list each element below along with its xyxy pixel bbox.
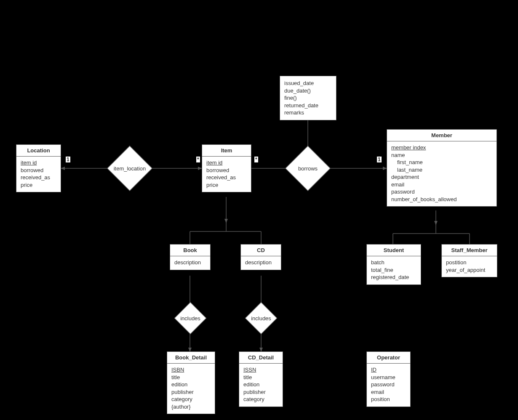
attr: position [371,396,406,403]
attr: description [245,259,277,266]
entity-body: postition year_of_appoint [442,256,497,277]
attr: item id [21,159,56,167]
attr: item id [206,159,247,167]
attr: price [21,181,56,189]
entity-book-detail: Book_Detail ISBN title edition publisher… [167,351,215,414]
entity-title: Item [202,145,251,157]
attr: department [391,173,492,181]
attr: year_of_appoint [446,266,493,274]
entity-staff-member: Staff_Member postition year_of_appoint [441,244,497,277]
entity-item: Item item id borrowed received_as price [202,144,251,192]
attr: due_date() [284,87,332,95]
attr: password [371,381,406,388]
attr: ISSN [243,366,278,374]
entity-body: description [170,256,210,270]
entity-title: Student [367,245,421,256]
attr: received_as [206,174,247,181]
attr: received_as [21,174,56,181]
cardinality-label: 1 [377,157,382,162]
attr: title [243,374,278,381]
attr: total_fine [371,266,417,274]
attr: number_of_books_allowed [391,196,492,203]
attr: {author} [171,403,211,411]
relationship-label: includes [180,315,200,322]
entity-body: batch total_fine registered_date [367,256,421,284]
er-diagram: Location item id borrowed received_as pr… [0,0,518,420]
entity-location: Location item id borrowed received_as pr… [16,144,61,192]
cardinality-label: 1 [66,157,70,162]
attr: remarks [284,109,332,117]
entity-body: issued_date due_date() fine() returned_d… [280,76,336,120]
attr: category [171,396,211,403]
attr: email [371,388,406,396]
cardinality-label: * [254,157,258,162]
relationship-label: item_location [114,165,146,172]
relationship-label: borrows [298,165,318,172]
attr: username [371,374,406,381]
entity-cd: CD description [240,244,281,270]
relationship-item-location: item_location [107,146,152,191]
attr: ID [371,366,406,374]
attr: edition [171,381,211,388]
entity-member: Member member index name first_name last… [387,129,497,207]
entity-body: description [241,256,281,270]
entity-cd-detail: CD_Detail ISSN title edition publisher c… [239,351,283,407]
relationship-label: includes [251,315,271,322]
entity-body: ISBN title edition publisher category {a… [167,364,215,414]
entity-title: Member [387,130,497,141]
relationship-includes-cd: includes [245,302,277,334]
attr: fine() [284,94,332,102]
entity-title: Book [170,245,210,256]
attr: password [391,188,492,196]
entity-title: Book_Detail [167,352,215,364]
attr: returned_date [284,102,332,109]
attr: edition [243,381,278,388]
entity-title: Location [16,145,61,157]
attr: member index [391,144,492,152]
cardinality-label: * [196,157,200,162]
attr: name [391,152,492,159]
attr: description [174,259,206,266]
entity-body: ISSN title edition publisher category [239,364,283,407]
attr: publisher [171,388,211,396]
entity-body: member index name first_name last_name d… [387,141,497,206]
attr: borrowed [206,167,247,174]
entity-title: Staff_Member [442,245,497,256]
attr: batch [371,259,417,266]
relationship-borrows: borrows [285,146,330,191]
entity-body: item id borrowed received_as price [16,157,61,192]
entity-body: item id borrowed received_as price [202,157,251,192]
entity-body: ID username password email position [367,364,410,407]
entity-borrows-attrs: issued_date due_date() fine() returned_d… [280,76,336,120]
entity-title: CD [241,245,281,256]
attr: last_name [391,166,492,174]
attr: issued_date [284,80,332,87]
attr: publisher [243,388,278,396]
attr: borrowed [21,167,56,174]
entity-title: CD_Detail [239,352,283,364]
entity-student: Student batch total_fine registered_date [366,244,421,285]
attr: price [206,181,247,189]
attr: registered_date [371,274,417,281]
entity-operator: Operator ID username password email posi… [366,351,411,407]
attr: first_name [391,159,492,166]
attr: ISBN [171,366,211,374]
entity-book: Book description [170,244,211,270]
attr: title [171,374,211,381]
entity-title: Operator [367,352,410,364]
attr: postition [446,259,493,266]
attr: email [391,181,492,189]
attr: category [243,396,278,403]
relationship-includes-book: includes [174,302,206,334]
